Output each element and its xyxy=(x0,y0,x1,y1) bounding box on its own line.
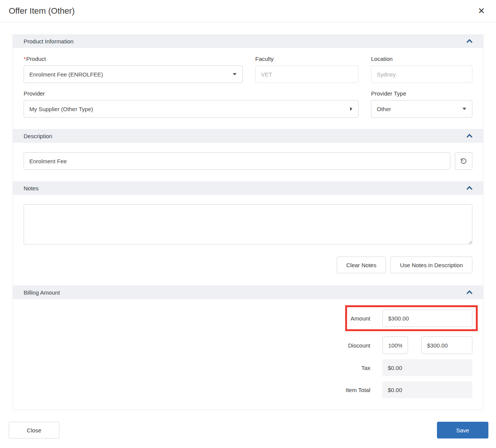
annotation-highlight: Amount xyxy=(345,305,478,331)
section-title: Product Information xyxy=(24,38,74,45)
discount-label: Discount xyxy=(348,342,370,349)
section-header-description: Description xyxy=(13,129,483,143)
page-title: Offer Item (Other) xyxy=(9,6,75,16)
use-notes-in-description-button[interactable]: Use Notes in Description xyxy=(390,257,472,273)
chevron-up-icon[interactable] xyxy=(467,39,473,45)
close-icon[interactable]: ✕ xyxy=(476,5,487,17)
tax-value: $0.00 xyxy=(382,359,472,376)
section-header-billing-amount: Billing Amount xyxy=(13,285,483,299)
provider-select[interactable] xyxy=(24,100,358,118)
tax-label: Tax xyxy=(362,365,370,371)
item-total-label: Item Total xyxy=(346,387,370,393)
chevron-up-icon[interactable] xyxy=(467,290,473,296)
description-input[interactable] xyxy=(24,152,450,170)
item-total-value: $0.00 xyxy=(382,381,472,398)
description-content xyxy=(13,143,483,181)
section-title: Description xyxy=(24,133,52,139)
discount-percent-input[interactable] xyxy=(382,336,408,354)
save-button[interactable]: Save xyxy=(437,422,488,438)
modal-header: Offer Item (Other) ✕ xyxy=(0,0,496,22)
product-information-content: *Product Faculty Location Provider xyxy=(13,48,483,129)
notes-content: Clear Notes Use Notes in Description xyxy=(13,195,483,285)
product-label: *Product xyxy=(24,56,243,62)
section-title: Notes xyxy=(24,185,38,191)
billing-amount-content: Amount Discount Tax $0.00 Item Total $0.… xyxy=(13,299,483,410)
section-header-product-information: Product Information xyxy=(13,34,483,48)
required-asterisk: * xyxy=(24,56,26,62)
section-title: Billing Amount xyxy=(24,289,60,296)
provider-label: Provider xyxy=(24,90,358,97)
close-button[interactable]: Close xyxy=(9,422,59,438)
restore-history-button[interactable] xyxy=(455,152,472,170)
discount-amount-input[interactable] xyxy=(421,336,472,354)
faculty-label: Faculty xyxy=(255,56,358,62)
notes-textarea[interactable] xyxy=(24,204,472,244)
chevron-up-icon[interactable] xyxy=(467,186,473,192)
chevron-up-icon[interactable] xyxy=(467,134,473,140)
amount-label: Amount xyxy=(350,315,370,322)
faculty-field xyxy=(255,65,358,83)
modal-body: Product Information *Product Faculty Loc… xyxy=(13,34,483,410)
modal-footer: Close Save xyxy=(0,422,496,438)
provider-type-label: Provider Type xyxy=(371,90,472,97)
section-header-notes: Notes xyxy=(13,181,483,195)
product-select[interactable] xyxy=(24,65,243,83)
restore-history-icon xyxy=(460,158,467,164)
location-label: Location xyxy=(371,56,472,62)
amount-input[interactable] xyxy=(382,309,472,327)
provider-type-select[interactable] xyxy=(371,100,472,118)
location-field xyxy=(371,65,472,83)
clear-notes-button[interactable]: Clear Notes xyxy=(337,257,386,273)
